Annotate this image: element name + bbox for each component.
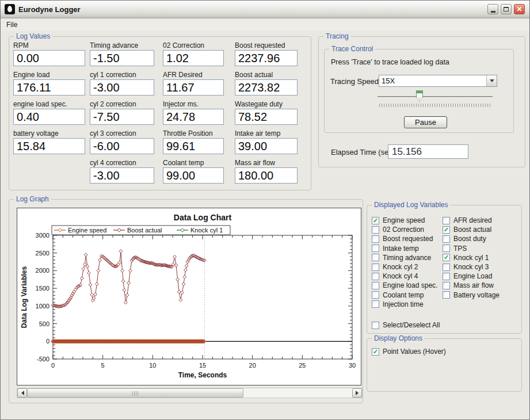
trace-instruction: Press 'Trace' to trace loaded log data	[331, 58, 449, 66]
checkbox-label: Battery voltage	[453, 291, 500, 299]
checkbox[interactable]	[372, 245, 379, 252]
log-value-input[interactable]: -1.50	[90, 50, 154, 66]
checkbox[interactable]	[443, 245, 450, 252]
checkbox-row: Intake temp	[372, 245, 419, 253]
log-value-input[interactable]: 0.00	[13, 50, 85, 66]
svg-text:15: 15	[199, 362, 206, 369]
log-value-input[interactable]: 78.52	[235, 109, 298, 125]
elapsed-time-field[interactable]: 15.156	[388, 144, 468, 159]
log-value-input[interactable]: 176.11	[13, 79, 85, 96]
checkbox-label: TPS	[453, 245, 467, 253]
log-value-field: AFR Desired11.67	[163, 71, 224, 96]
log-value-label: Boost requested	[235, 41, 298, 50]
log-value-label: cyl 3 correction	[90, 129, 154, 138]
tracing-speed-slider-track[interactable]	[378, 96, 493, 98]
log-value-field: Timing advance-1.50	[90, 41, 154, 66]
scroll-left-button[interactable]	[17, 388, 27, 398]
checkbox[interactable]	[372, 322, 379, 329]
chart-canvas[interactable]: 051015202530-500050010001500200025003000…	[17, 208, 361, 385]
chart-horizontal-scrollbar[interactable]	[17, 388, 363, 398]
log-value-input[interactable]: -7.50	[90, 109, 154, 125]
title-bar[interactable]: Eurodyne Logger ✕	[1, 1, 529, 18]
chevron-down-icon	[490, 79, 494, 85]
arrow-right-icon	[356, 391, 361, 395]
svg-text:5: 5	[101, 362, 105, 369]
log-value-field: cyl 1 correction-3.00	[90, 71, 154, 96]
checkbox[interactable]	[443, 264, 450, 271]
log-value-input[interactable]: 0.40	[13, 109, 85, 125]
checkbox[interactable]	[372, 264, 379, 271]
checkbox[interactable]	[443, 282, 450, 289]
log-value-input[interactable]: 1.02	[163, 50, 224, 66]
log-value-label: RPM	[13, 41, 85, 50]
scroll-right-button[interactable]	[352, 388, 362, 398]
close-icon: ✕	[516, 6, 522, 13]
checkbox-row: Engine load spec.	[372, 281, 437, 289]
log-value-field: Engine load176.11	[13, 71, 85, 96]
log-value-input[interactable]: 180.00	[235, 167, 298, 184]
maximize-button[interactable]	[501, 4, 512, 14]
log-value-label: Intake air temp	[235, 129, 298, 138]
minimize-button[interactable]	[487, 4, 498, 14]
minimize-icon	[491, 11, 495, 13]
log-value-input[interactable]: -6.00	[90, 138, 154, 154]
log-value-input[interactable]: 24.78	[163, 109, 224, 125]
log-value-field: Coolant temp99.00	[163, 159, 224, 184]
log-value-input[interactable]: 2237.96	[235, 50, 298, 66]
log-value-label: Mass air flow	[235, 159, 298, 167]
log-value-field: cyl 4 correction-3.00	[90, 159, 154, 184]
checkbox-row: Injection time	[372, 300, 424, 308]
checkbox[interactable]	[372, 291, 379, 299]
checkbox[interactable]	[443, 235, 450, 243]
close-button[interactable]: ✕	[514, 4, 525, 14]
scrollbar-thumb[interactable]	[27, 388, 243, 398]
log-value-input[interactable]: -3.00	[90, 79, 154, 96]
checkbox-row: Coolant temp	[372, 291, 424, 299]
checkbox-label: Boost requested	[383, 235, 433, 243]
checkbox[interactable]	[443, 291, 450, 299]
checkbox-label: Intake temp	[383, 245, 419, 253]
svg-text:-500: -500	[37, 356, 49, 362]
pause-button[interactable]: Pause	[404, 116, 447, 128]
slider-tick-marks	[379, 104, 491, 107]
checkbox[interactable]	[372, 273, 379, 280]
svg-text:25: 25	[299, 362, 306, 369]
checkbox[interactable]	[372, 282, 379, 289]
combobox-dropdown-button[interactable]	[486, 75, 497, 86]
log-value-label: Coolant temp	[163, 159, 224, 167]
checkbox-row: Timing advance	[372, 254, 431, 262]
svg-text:3000: 3000	[36, 232, 49, 239]
tracing-speed-combobox[interactable]: 15X	[379, 75, 497, 87]
log-value-input[interactable]: 15.84	[13, 138, 85, 154]
checkbox-row: Mass air flow	[443, 281, 494, 289]
svg-text:0: 0	[46, 338, 49, 345]
checkbox-label: Timing advance	[383, 254, 431, 262]
checkbox[interactable]	[372, 226, 379, 234]
log-value-input[interactable]: 2273.82	[235, 79, 298, 96]
checkbox[interactable]	[443, 217, 450, 224]
menu-file[interactable]: File	[1, 18, 22, 31]
elapsed-time-label: Elapsed Time (sec)	[331, 148, 395, 156]
log-value-input[interactable]: 99.00	[163, 167, 224, 184]
log-value-input[interactable]: 39.00	[235, 138, 298, 154]
checkbox[interactable]	[372, 300, 379, 308]
log-value-input[interactable]: -3.00	[90, 167, 154, 184]
svg-text:Boost actual: Boost actual	[127, 227, 162, 234]
checkbox[interactable]: ✓	[372, 217, 379, 224]
log-value-label: Injector ms.	[163, 100, 224, 109]
log-value-input[interactable]: 11.67	[163, 79, 224, 96]
app-window: Eurodyne Logger ✕ File Log Values RPM0.0…	[0, 0, 530, 420]
data-log-chart[interactable]: 051015202530-500050010001500200025003000…	[17, 208, 361, 385]
log-value-field: 02 Correction1.02	[163, 41, 224, 66]
checkbox[interactable]: ✓	[443, 226, 450, 234]
checkbox-row: Boost duty	[443, 235, 486, 243]
checkbox[interactable]	[372, 235, 379, 243]
checkbox[interactable]	[372, 254, 379, 261]
log-value-input[interactable]: 99.61	[163, 138, 224, 154]
checkbox[interactable]	[443, 273, 450, 280]
svg-text:2500: 2500	[36, 250, 49, 257]
checkbox-row: ✓Knock cyl 1	[443, 254, 489, 262]
checkbox[interactable]: ✓	[443, 254, 450, 261]
checkbox-label: Coolant temp	[383, 291, 424, 299]
app-icon	[5, 4, 15, 14]
